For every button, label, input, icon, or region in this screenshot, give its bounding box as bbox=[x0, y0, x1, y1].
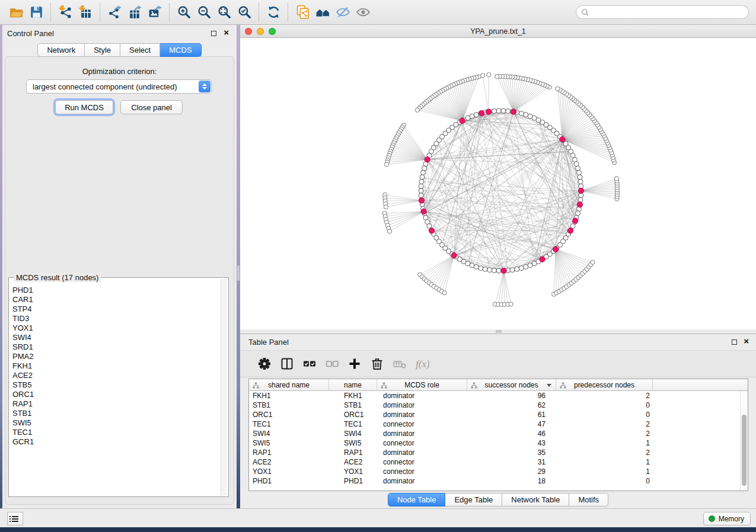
criterion-label: Optimization criterion: bbox=[2, 67, 237, 76]
close-panel-icon[interactable]: × bbox=[224, 27, 229, 38]
result-node[interactable]: SWI4 bbox=[12, 333, 219, 342]
refresh-view-icon[interactable] bbox=[263, 3, 283, 22]
float-panel-icon[interactable] bbox=[211, 31, 216, 36]
result-node[interactable]: TEC1 bbox=[12, 428, 219, 437]
table-row[interactable]: ORC1ORC1dominator610 bbox=[249, 410, 748, 419]
result-node[interactable]: ACE2 bbox=[12, 371, 219, 380]
export-image-icon[interactable] bbox=[145, 3, 165, 22]
node-table[interactable]: shared namenameMCDS rolesuccessor nodesp… bbox=[248, 379, 748, 491]
result-node[interactable]: TID3 bbox=[12, 314, 219, 323]
table-row[interactable]: STB1STB1dominator620 bbox=[249, 400, 748, 410]
criterion-select[interactable]: largest connected component (undirected) bbox=[26, 79, 212, 94]
select-all-rows-icon[interactable] bbox=[298, 354, 321, 373]
table-row[interactable]: TEC1TEC1connector472 bbox=[249, 419, 748, 429]
cell-MCDS-role: connector bbox=[377, 438, 467, 448]
result-node[interactable]: PMA2 bbox=[12, 352, 219, 361]
column-label: name bbox=[344, 381, 362, 389]
table-settings-icon[interactable] bbox=[253, 354, 276, 373]
column-header-MCDS-role[interactable]: MCDS role bbox=[377, 379, 467, 391]
function-builder-icon[interactable]: f(x) bbox=[411, 354, 433, 373]
column-header-name[interactable]: name bbox=[329, 379, 377, 391]
tab-edge-table[interactable]: Edge Table bbox=[445, 493, 502, 507]
zoom-fit-icon[interactable] bbox=[214, 3, 234, 22]
clone-network-icon[interactable] bbox=[292, 3, 312, 22]
sort-desc-icon[interactable] bbox=[547, 384, 551, 387]
main-toolbar bbox=[0, 0, 756, 25]
result-node[interactable]: SRD1 bbox=[12, 342, 219, 352]
result-node[interactable]: GCR1 bbox=[12, 437, 219, 447]
result-node[interactable]: STP4 bbox=[12, 305, 219, 314]
table-split-divider[interactable] bbox=[240, 329, 756, 334]
close-panel-icon[interactable]: × bbox=[744, 336, 749, 347]
result-node[interactable]: SWI5 bbox=[12, 418, 219, 428]
delete-table-icon[interactable] bbox=[388, 354, 411, 373]
tab-motifs[interactable]: Motifs bbox=[569, 493, 608, 507]
cell-shared-name: YOX1 bbox=[249, 467, 329, 476]
result-node[interactable]: FKH1 bbox=[12, 361, 219, 371]
tab-mcds[interactable]: MCDS bbox=[160, 43, 201, 57]
zoom-in-icon[interactable] bbox=[174, 3, 194, 22]
table-row[interactable]: RAP1RAP1dominator352 bbox=[249, 448, 748, 457]
cell-MCDS-role: dominator bbox=[377, 400, 467, 410]
tab-node-table[interactable]: Node Table bbox=[388, 493, 446, 507]
delete-column-icon[interactable] bbox=[366, 354, 388, 373]
column-header-predecessor-nodes[interactable]: predecessor nodes bbox=[556, 379, 653, 391]
result-scrollbar[interactable] bbox=[221, 279, 227, 495]
save-session-icon[interactable] bbox=[26, 3, 46, 22]
table-row[interactable]: SWI5SWI5connector431 bbox=[249, 438, 748, 448]
task-history-button[interactable] bbox=[7, 512, 23, 525]
svg-text:f(x): f(x) bbox=[416, 358, 429, 370]
network-window-titlebar[interactable]: YPA_prune.txt_1 bbox=[240, 25, 756, 38]
column-panes-icon[interactable] bbox=[276, 354, 298, 373]
import-network-icon[interactable] bbox=[55, 3, 75, 22]
table-row[interactable]: FKH1FKH1dominator962 bbox=[249, 391, 748, 400]
memory-indicator-icon bbox=[709, 515, 715, 522]
tab-network-table[interactable]: Network Table bbox=[502, 493, 569, 507]
deselect-all-rows-icon[interactable] bbox=[321, 354, 343, 373]
first-neighbors-icon[interactable] bbox=[312, 3, 333, 22]
cell-predecessor-nodes: 1 bbox=[556, 438, 653, 448]
result-node[interactable]: PHD1 bbox=[12, 286, 219, 295]
export-network-icon[interactable] bbox=[104, 3, 125, 22]
table-row[interactable]: SWI4SWI4dominator462 bbox=[249, 429, 748, 438]
column-label: MCDS role bbox=[404, 381, 439, 389]
memory-button[interactable]: Memory bbox=[703, 512, 751, 525]
result-node[interactable]: CAR1 bbox=[12, 295, 219, 305]
result-node[interactable]: STB5 bbox=[12, 380, 219, 390]
export-table-icon[interactable] bbox=[125, 3, 145, 22]
result-node[interactable]: YOX1 bbox=[12, 323, 219, 333]
zoom-out-icon[interactable] bbox=[194, 3, 214, 22]
network-graph[interactable] bbox=[240, 38, 756, 329]
column-header-successor-nodes[interactable]: successor nodes bbox=[467, 379, 556, 391]
open-file-icon[interactable] bbox=[6, 3, 26, 22]
table-row[interactable]: PHD1PHD1dominator180 bbox=[249, 476, 748, 486]
table-scrollbar[interactable] bbox=[740, 391, 748, 491]
search-box[interactable] bbox=[576, 5, 749, 19]
column-header-shared-name[interactable]: shared name bbox=[249, 379, 329, 391]
show-all-icon[interactable] bbox=[353, 3, 373, 22]
search-input[interactable] bbox=[592, 7, 744, 18]
mcds-result-list[interactable]: PHD1CAR1STP4TID3YOX1SWI4SRD1PMA2FKH1ACE2… bbox=[12, 286, 219, 494]
result-node[interactable]: STB1 bbox=[12, 409, 219, 418]
tab-style[interactable]: Style bbox=[85, 43, 120, 57]
cell-predecessor-nodes: 0 bbox=[556, 400, 653, 410]
cell-name: FKH1 bbox=[329, 391, 377, 400]
float-panel-icon[interactable] bbox=[732, 339, 737, 345]
tab-network[interactable]: Network bbox=[37, 43, 85, 57]
result-node[interactable]: ORC1 bbox=[12, 390, 219, 399]
close-mcds-panel-button[interactable]: Close panel bbox=[120, 100, 183, 114]
import-table-icon[interactable] bbox=[75, 3, 95, 22]
cell-name: SWI5 bbox=[329, 438, 377, 448]
network-view[interactable] bbox=[240, 38, 756, 329]
table-row[interactable]: YOX1YOX1connector291 bbox=[249, 467, 748, 476]
scrollbar-thumb[interactable] bbox=[742, 415, 747, 486]
tab-select[interactable]: Select bbox=[120, 43, 160, 57]
add-column-icon[interactable] bbox=[343, 354, 366, 373]
table-row[interactable]: ACE2ACE2connector311 bbox=[249, 457, 748, 467]
column-label: shared name bbox=[268, 381, 310, 389]
zoom-selected-icon[interactable] bbox=[234, 3, 254, 22]
result-node[interactable]: RAP1 bbox=[12, 399, 219, 409]
run-mcds-button[interactable]: Run MCDS bbox=[55, 100, 113, 114]
hide-selected-icon[interactable] bbox=[333, 3, 353, 22]
toolbar-separator bbox=[50, 4, 51, 21]
